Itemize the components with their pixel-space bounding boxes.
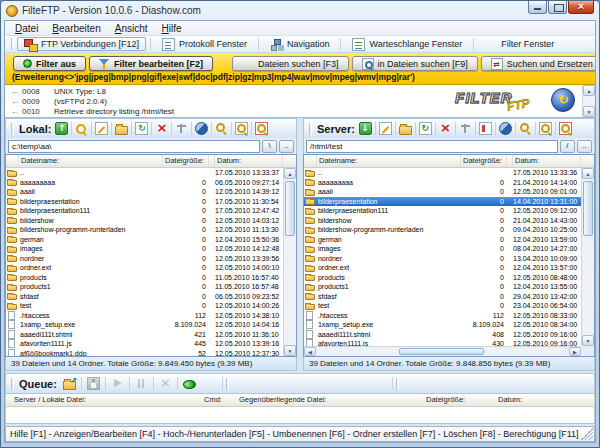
server-search-icon[interactable]	[519, 122, 532, 135]
server-file-row[interactable]: .htaccess11212.05.2010 08:33:00	[304, 311, 581, 321]
server-file-row[interactable]: ordner.ext012.04.2010 13:57:00	[304, 263, 581, 273]
server-file-row[interactable]: bildershow021.04.2010 14:43:00	[304, 216, 581, 226]
queue-column-header[interactable]: Gegenüberliegende Datei:	[239, 394, 327, 406]
server-file-row[interactable]: aaaedi111t.shtml40812.05.2010 09:16:00	[304, 330, 581, 340]
column-header-size[interactable]: Dateigröße:	[163, 155, 209, 167]
in-file-search-button[interactable]: in Dateien suchen [F9]	[352, 56, 478, 71]
scroll-down-icon[interactable]	[583, 106, 595, 117]
local-upload-icon[interactable]	[55, 122, 68, 135]
server-file-row[interactable]: aaaii012.05.2010 09:01:00	[304, 187, 581, 197]
local-file-row[interactable]: ordner.ext012.05.2010 14:00:10	[6, 263, 283, 273]
local-path-input[interactable]: c:\temp\aa\	[8, 140, 260, 153]
local-file-row[interactable]: afavoriten1111.js44512.05.2010 13:39:16	[6, 339, 283, 349]
save-queue-icon[interactable]	[87, 377, 100, 390]
start-transfer-icon[interactable]	[111, 377, 124, 390]
scroll-down-icon[interactable]	[284, 345, 296, 356]
local-delete-icon[interactable]	[155, 122, 168, 135]
local-search-in-icon[interactable]	[235, 122, 248, 135]
local-file-row[interactable]: aaaedi111t.shtml42112.05.2010 11:36:10	[6, 330, 283, 340]
local-file-row[interactable]: bildershow-programm-runterladen012.05.20…	[6, 225, 283, 235]
server-file-row[interactable]: bilderpraesentation111012.05.2010 09:12:…	[304, 206, 581, 216]
server-permissions-icon[interactable]	[459, 122, 472, 135]
server-file-row[interactable]: products1012.04.2010 13:55:00	[304, 282, 581, 292]
server-file-row[interactable]: ..17.05.2010 13:33:36	[304, 168, 581, 178]
server-download-icon[interactable]	[359, 122, 372, 135]
local-view-icon[interactable]	[75, 122, 88, 135]
server-search-in-icon[interactable]	[539, 122, 552, 135]
log-scrollbar[interactable]	[582, 85, 595, 117]
server-path-input[interactable]: /html/test	[306, 140, 558, 153]
local-file-row[interactable]: afßößbookmark1.ddp5212.05.2010 12:37:30	[6, 349, 283, 357]
local-file-row[interactable]: ..17.05.2010 13:33:37	[6, 168, 283, 178]
scroll-up-icon[interactable]	[583, 85, 595, 96]
status-dot-icon[interactable]	[183, 380, 196, 389]
local-file-row[interactable]: 1xamp_setup.exe8.109.02412.05.2010 14:04…	[6, 320, 283, 330]
local-file-row[interactable]: products011.05.2010 16:57:40	[6, 273, 283, 283]
scroll-thumb[interactable]	[285, 181, 295, 236]
server-horizontal-scrollbar[interactable]	[304, 346, 581, 356]
local-file-row[interactable]: images012.05.2010 14:12:48	[6, 244, 283, 254]
local-file-row[interactable]: sfdasf006.05.2010 09:23:52	[6, 292, 283, 302]
local-search-replace-icon[interactable]	[255, 122, 268, 135]
local-diskspace-icon[interactable]	[195, 122, 208, 135]
server-file-row[interactable]: images008.04.2010 14:27:00	[304, 244, 581, 254]
menu-bearbeiten[interactable]: Bearbeiten	[46, 23, 106, 34]
file-search-button[interactable]: Dateien suchen [F3]	[232, 56, 349, 71]
replace-doc-button[interactable]: Suchen und Ersetzen [F10]	[481, 56, 596, 71]
filter-status-button[interactable]: Filter aus	[13, 56, 86, 71]
column-header-date[interactable]: Datum:	[513, 155, 581, 167]
local-file-row[interactable]: aaaaaaaaa006.05.2010 09:27:14	[6, 178, 283, 188]
server-diskspace-icon[interactable]	[499, 122, 512, 135]
open-queue-icon[interactable]	[63, 381, 76, 390]
local-file-row[interactable]: .htaccess11212.05.2010 14:38:10	[6, 311, 283, 321]
filter-edit-button[interactable]: Filter bearbeiten [F2]	[89, 56, 213, 71]
menu-hilfe[interactable]: Hilfe	[156, 23, 188, 34]
local-file-row[interactable]: bilderpraesentation017.05.2010 11:30:54	[6, 197, 283, 207]
scroll-down-icon[interactable]	[582, 335, 594, 346]
server-file-row[interactable]: test023.04.2010 06:54:00	[304, 301, 581, 311]
server-file-row[interactable]: afavorten1111.js43012.05.2010 09:16:00	[304, 339, 581, 346]
queue-list[interactable]	[5, 407, 595, 424]
server-file-row[interactable]: 1xamp_setup.exe8.109.02412.05.2010 08:34…	[304, 320, 581, 330]
server-file-row[interactable]: bildershow-programm-runterladen009.04.20…	[304, 225, 581, 235]
cancel-transfer-icon[interactable]	[159, 377, 172, 390]
scroll-thumb[interactable]	[399, 348, 484, 355]
local-open-folder-icon[interactable]	[115, 126, 128, 135]
local-root-button[interactable]: \	[262, 140, 277, 153]
column-header-name[interactable]: Dateiname:	[19, 155, 163, 167]
local-file-row[interactable]: german012.04.2010 15:50:36	[6, 235, 283, 245]
local-vertical-scrollbar[interactable]	[283, 168, 296, 356]
server-file-row[interactable]: sfdasf029.04.2010 13:42:00	[304, 292, 581, 302]
queue-column-header[interactable]: Datum:	[498, 394, 522, 406]
ftp-connections-button[interactable]: FTP Verbindungen [F12]	[17, 37, 146, 51]
server-file-row[interactable]: german012.04.2010 13:59:00	[304, 235, 581, 245]
scroll-right-icon[interactable]	[569, 347, 581, 356]
resize-grip[interactable]	[581, 428, 593, 440]
scroll-thumb[interactable]	[583, 181, 593, 236]
local-parent-button[interactable]: ..	[279, 140, 294, 153]
local-refresh-icon[interactable]	[135, 122, 148, 135]
menu-ansicht[interactable]: Ansicht	[109, 23, 154, 34]
local-file-row[interactable]: nordner012.05.2010 13:39:56	[6, 254, 283, 264]
local-edit-icon[interactable]	[95, 122, 108, 135]
server-parent-button[interactable]: ..	[577, 140, 592, 153]
local-file-row[interactable]: test012.05.2010 14:00:26	[6, 301, 283, 311]
scroll-left-icon[interactable]	[304, 347, 316, 356]
queue-column-header[interactable]: Dateigröße:	[426, 394, 465, 406]
pause-transfer-icon[interactable]	[135, 377, 148, 390]
local-file-row[interactable]: products1011.05.2010 16:57:48	[6, 282, 283, 292]
server-file-row[interactable]: bilderpraesentation014.04.2010 13:31:00	[304, 197, 581, 207]
server-refresh-icon[interactable]	[419, 122, 432, 135]
column-header-date[interactable]: Datum:	[215, 155, 283, 167]
close-button[interactable]	[568, 1, 594, 14]
server-edit-icon[interactable]	[379, 122, 392, 135]
minimize-button[interactable]	[528, 1, 547, 14]
server-search-replace-icon[interactable]	[559, 122, 572, 135]
scroll-up-icon[interactable]	[284, 168, 296, 179]
server-vertical-scrollbar[interactable]	[581, 168, 594, 346]
column-header-name[interactable]: Dateiname:	[317, 155, 461, 167]
local-file-row[interactable]: bildershow012.05.2010 14:03:12	[6, 216, 283, 226]
queue-window-button[interactable]: Warteschlange Fenster	[345, 37, 469, 51]
server-delete-icon[interactable]	[439, 122, 452, 135]
server-open-folder-icon[interactable]	[399, 126, 412, 135]
